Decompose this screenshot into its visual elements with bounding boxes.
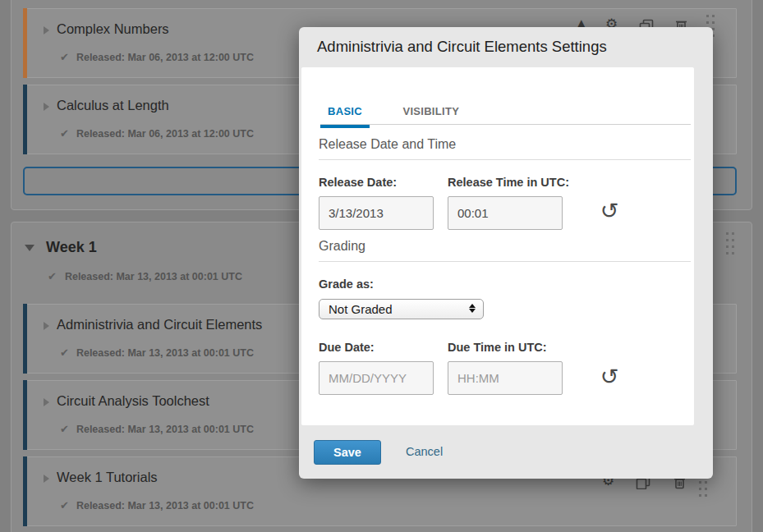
release-section-heading: Release Date and Time — [319, 137, 691, 160]
grade-as-select[interactable]: Not Graded — [319, 299, 484, 319]
release-status: ✔Released: Mar 06, 2013 at 12:00 UTC — [60, 51, 254, 63]
release-status-text: Released: Mar 13, 2013 at 00:01 UTC — [76, 500, 254, 511]
due-time-label: Due Time in UTC: — [448, 341, 547, 354]
release-time-label: Release Time in UTC: — [448, 176, 569, 189]
release-status: ✔Released: Mar 13, 2013 at 00:01 UTC — [60, 346, 254, 359]
check-icon: ✔ — [60, 346, 69, 359]
release-status: ✔Released: Mar 13, 2013 at 00:01 UTC — [60, 423, 254, 435]
expand-chevron-icon[interactable] — [44, 103, 49, 111]
grade-as-label: Grade as: — [319, 277, 374, 291]
release-date-input[interactable] — [319, 196, 434, 230]
grade-as-selected-value: Not Graded — [329, 302, 393, 316]
check-icon: ✔ — [60, 499, 69, 511]
expand-chevron-icon[interactable] — [44, 26, 49, 34]
collapse-chevron-icon[interactable] — [25, 245, 34, 251]
reset-due-icon[interactable]: ↺ — [595, 363, 623, 391]
subsection-settings-modal: Administrivia and Circuit Elements Setti… — [299, 27, 713, 479]
drag-handle-icon[interactable] — [726, 232, 735, 259]
release-status: ✔Released: Mar 06, 2013 at 12:00 UTC — [60, 127, 254, 140]
release-status-text: Released: Mar 06, 2013 at 12:00 UTC — [76, 128, 254, 140]
subsection-title: Week 1 Tutorials — [57, 470, 158, 485]
due-date-input[interactable] — [319, 361, 434, 395]
release-status-text: Released: Mar 13, 2013 at 00:01 UTC — [65, 271, 242, 282]
expand-chevron-icon[interactable] — [44, 322, 49, 330]
section-title: Calculus at Length — [57, 98, 169, 113]
check-icon: ✔ — [48, 270, 57, 282]
release-date-label: Release Date: — [319, 176, 397, 189]
release-status-text: Released: Mar 06, 2013 at 12:00 UTC — [76, 52, 254, 63]
release-status: ✔Released: Mar 13, 2013 at 00:01 UTC — [60, 499, 254, 511]
due-date-label: Due Date: — [319, 341, 375, 354]
cancel-link[interactable]: Cancel — [406, 445, 443, 458]
expand-chevron-icon[interactable] — [44, 398, 49, 406]
due-time-input[interactable] — [448, 361, 563, 395]
select-stepper-icon — [468, 302, 476, 314]
studio-course-outline-page: Complex Numbers ✔Released: Mar 06, 2013 … — [0, 0, 763, 532]
subsection-title: Circuit Analysis Toolchest — [57, 393, 209, 409]
release-status-text: Released: Mar 13, 2013 at 00:01 UTC — [76, 424, 254, 435]
release-status-text: Released: Mar 13, 2013 at 00:01 UTC — [76, 347, 254, 359]
release-time-input[interactable] — [448, 196, 563, 230]
settings-tabs: BASIC VISIBILITY — [320, 103, 691, 125]
reset-release-icon[interactable]: ↺ — [595, 197, 623, 225]
check-icon: ✔ — [60, 423, 69, 435]
section-title: Complex Numbers — [57, 21, 169, 37]
save-button[interactable]: Save — [314, 440, 381, 465]
check-icon: ✔ — [60, 127, 69, 140]
expand-chevron-icon[interactable] — [44, 475, 49, 483]
subsection-title: Administrivia and Circuit Elements — [57, 317, 262, 332]
tab-basic[interactable]: BASIC — [320, 105, 370, 126]
modal-body: BASIC VISIBILITY Release Date and Time R… — [301, 67, 694, 425]
release-status: ✔Released: Mar 13, 2013 at 00:01 UTC — [48, 270, 242, 282]
check-icon: ✔ — [60, 51, 69, 63]
grading-section-heading: Grading — [319, 239, 691, 262]
tab-visibility[interactable]: VISIBILITY — [395, 105, 467, 126]
section-title-week1: Week 1 — [46, 239, 97, 256]
modal-title: Administrivia and Circuit Elements Setti… — [317, 38, 607, 56]
